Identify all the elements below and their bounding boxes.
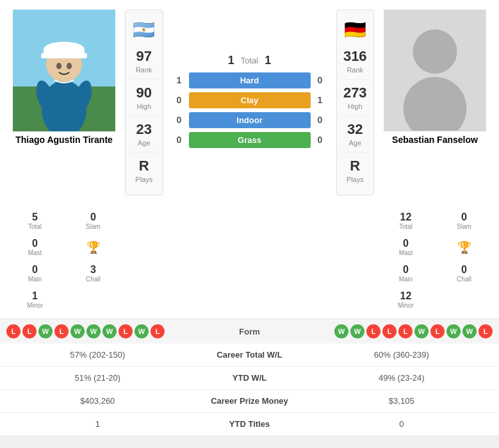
stats-card-right: 🇩🇪 316 Rank 273 High 32 Age R Plays	[336, 10, 375, 195]
age-right: 32 Age	[340, 116, 371, 153]
svg-point-12	[413, 29, 457, 74]
slam-stat-right: 0 Slam	[436, 208, 493, 233]
flag-right: 🇩🇪	[344, 17, 366, 43]
form-badge: W	[135, 324, 149, 338]
mast-stat-right: 0 Mast	[377, 235, 434, 260]
player-left: Thiago Agustin Tirante	[6, 10, 122, 195]
stats-row-label: Career Total W/L	[186, 350, 314, 360]
high-right: 273 High	[340, 79, 371, 116]
form-badge: L	[366, 324, 380, 338]
form-badge: L	[430, 324, 445, 338]
grass-badge: Grass	[189, 132, 311, 148]
form-badge: L	[54, 324, 69, 338]
minor-stat-right: 12 Minor	[377, 287, 434, 312]
stats-card-left: 🇦🇷 97 Rank 90 High 23 Age R Plays	[125, 10, 163, 195]
svg-rect-6	[41, 53, 87, 58]
stats-row: 1YTD Titles0	[0, 413, 499, 436]
high-left: 90 High	[129, 79, 160, 116]
trophy-right: 🏆	[436, 235, 493, 260]
total-right: 1	[265, 54, 271, 67]
mini-stats-left: 5 Total 0 Slam 0 Mast 🏆 0 Main	[6, 205, 122, 312]
main-stat-right: 0 Main	[377, 261, 434, 286]
stats-row: 57% (202-150)Career Total W/L60% (360-23…	[0, 344, 499, 367]
stats-row: 51% (21-20)YTD W/L49% (23-24)	[0, 367, 499, 390]
stats-row-left: 57% (202-150)	[10, 350, 186, 360]
top-section: Thiago Agustin Tirante 🇦🇷 97 Rank 90 Hig…	[0, 0, 499, 205]
player-right: Sebastian Fanselow	[377, 10, 493, 195]
trophy-left: 🏆	[65, 235, 122, 260]
player-photo-right	[384, 10, 486, 131]
total-stat-right: 12 Total	[377, 208, 434, 233]
form-badge: L	[479, 324, 493, 338]
stats-row-label: YTD W/L	[186, 373, 314, 383]
stats-row-left: 51% (21-20)	[10, 373, 186, 383]
main-stat-left: 0 Main	[6, 261, 63, 286]
chall-stat-left: 3 Chall	[65, 261, 122, 286]
center-matchup: 1 Total 1 1 Hard 0 0 Clay 1 0 Indoor 0 0	[167, 10, 333, 195]
stats-row-left: $403,260	[10, 396, 186, 406]
svg-point-8	[67, 63, 72, 69]
clay-row: 0 Clay 1	[170, 92, 330, 108]
mini-stats-section: 5 Total 0 Slam 0 Mast 🏆 0 Main	[0, 205, 499, 319]
stats-row-right: 60% (360-239)	[314, 350, 490, 360]
main-container: Thiago Agustin Tirante 🇦🇷 97 Rank 90 Hig…	[0, 0, 499, 436]
player-name-right: Sebastian Fanselow	[392, 135, 478, 145]
form-badge: L	[382, 324, 397, 338]
flag-left: 🇦🇷	[133, 17, 155, 43]
form-badge: W	[350, 324, 364, 338]
form-left: LLWLWWWLWL	[6, 324, 211, 338]
slam-stat-left: 0 Slam	[65, 208, 122, 233]
form-badge: L	[119, 324, 133, 338]
form-badge: W	[102, 324, 117, 338]
hard-badge: Hard	[189, 72, 311, 88]
stats-row-right: 49% (23-24)	[314, 373, 490, 383]
mini-stats-grid-left: 5 Total 0 Slam 0 Mast 🏆 0 Main	[6, 208, 122, 312]
stats-rows: 57% (202-150)Career Total W/L60% (360-23…	[0, 344, 499, 436]
stats-row: $403,260Career Prize Money$3,105	[0, 390, 499, 413]
grass-row: 0 Grass 0	[170, 132, 330, 148]
mini-stats-right: 12 Total 0 Slam 0 Mast 🏆 0 Main	[377, 205, 493, 312]
indoor-row: 0 Indoor 0	[170, 112, 330, 128]
trophy-icon-left: 🏆	[86, 240, 101, 254]
form-badge: L	[398, 324, 413, 338]
center-spacer	[122, 205, 377, 312]
form-label: Form	[211, 327, 288, 336]
mast-stat-left: 0 Mast	[6, 235, 63, 260]
form-badge: W	[334, 324, 348, 338]
plays-right: R Plays	[340, 153, 371, 188]
form-badge: L	[151, 324, 165, 338]
stats-row-right: $3,105	[314, 396, 490, 406]
player-photo-left	[13, 10, 115, 131]
indoor-badge: Indoor	[189, 112, 311, 128]
form-right: WWLLLWLWWL	[288, 324, 493, 338]
form-badge: W	[414, 324, 429, 338]
form-section: LLWLWWWLWL Form WWLLLWLWWL	[0, 319, 499, 344]
total-label: Total	[241, 56, 258, 65]
stats-row-right: 0	[314, 419, 490, 429]
plays-left: R Plays	[129, 153, 160, 188]
form-badge: W	[70, 324, 85, 338]
form-badge: W	[86, 324, 101, 338]
form-badge: W	[462, 324, 477, 338]
total-left: 1	[228, 54, 234, 67]
rank-left: 97 Rank	[129, 43, 160, 79]
clay-badge: Clay	[189, 92, 311, 108]
player-name-left: Thiago Agustin Tirante	[15, 135, 113, 145]
mini-stats-grid-right: 12 Total 0 Slam 0 Mast 🏆 0 Main	[377, 208, 493, 312]
form-badge: W	[446, 324, 461, 338]
form-badge: L	[22, 324, 37, 338]
total-stat-left: 5 Total	[6, 208, 63, 233]
total-row: 1 Total 1	[170, 54, 330, 67]
minor-stat-left: 1 Minor	[6, 287, 63, 312]
svg-point-7	[56, 63, 61, 69]
stats-row-left: 1	[10, 419, 186, 429]
stats-row-label: Career Prize Money	[186, 396, 314, 406]
chall-stat-right: 0 Chall	[436, 261, 493, 286]
age-left: 23 Age	[129, 116, 160, 153]
hard-row: 1 Hard 0	[170, 72, 330, 88]
stats-row-label: YTD Titles	[186, 419, 314, 429]
rank-right: 316 Rank	[340, 43, 371, 79]
trophy-icon-right: 🏆	[457, 240, 471, 254]
form-badge: L	[6, 324, 20, 338]
form-badge: W	[38, 324, 53, 338]
